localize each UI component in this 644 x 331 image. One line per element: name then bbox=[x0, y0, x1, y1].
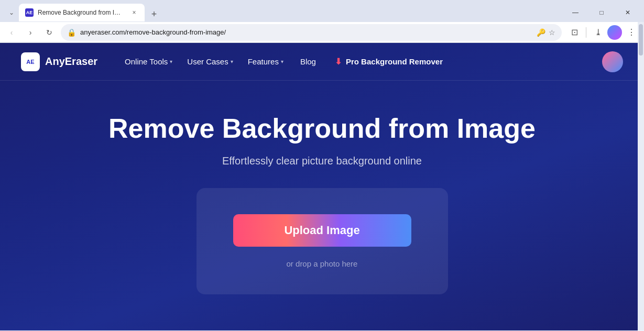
download-button[interactable]: ⤓ bbox=[590, 24, 606, 41]
hero-section: Remove Background from Image Effortlessl… bbox=[0, 81, 644, 315]
nav-online-tools[interactable]: Online Tools ▾ bbox=[118, 53, 179, 70]
password-icon[interactable]: 🔑 bbox=[537, 28, 545, 37]
site-nav: AE AnyEraser Online Tools ▾ User Cases ▾… bbox=[0, 43, 644, 81]
forward-button[interactable]: › bbox=[23, 25, 38, 40]
logo-icon: AE bbox=[21, 52, 40, 71]
nav-pro-btn[interactable]: ⬇ Pro Background Remover bbox=[326, 52, 451, 71]
tab-favicon: AE bbox=[25, 8, 34, 17]
tab-close-btn[interactable]: × bbox=[130, 8, 138, 17]
bookmark-icon[interactable]: ☆ bbox=[549, 28, 555, 37]
toolbar-divider bbox=[586, 27, 586, 38]
close-button[interactable]: ✕ bbox=[616, 4, 640, 21]
address-bar: ‹ › ↻ 🔒 anyeraser.com/remove-background-… bbox=[0, 22, 644, 43]
upload-area: Upload Image or drop a photo here bbox=[197, 188, 448, 294]
drop-text: or drop a photo here bbox=[287, 259, 358, 268]
url-bar[interactable]: 🔒 anyeraser.com/remove-background-from-i… bbox=[61, 24, 562, 41]
user-cases-chevron: ▾ bbox=[231, 59, 233, 64]
browser-chrome: ⌄ AE Remove Background from Ima… × + — □… bbox=[0, 0, 644, 43]
pro-icon: ⬇ bbox=[335, 57, 342, 67]
hero-subtitle: Effortlessly clear picture background on… bbox=[222, 155, 422, 167]
url-text: anyeraser.com/remove-background-from-ima… bbox=[80, 28, 532, 36]
window-controls: — □ ✕ bbox=[563, 4, 640, 21]
refresh-button[interactable]: ↻ bbox=[42, 25, 57, 40]
address-icon-group: 🔑 ☆ bbox=[537, 28, 555, 37]
tab-bar: AE Remove Background from Ima… × + bbox=[19, 4, 559, 21]
tab-dropdown-btn[interactable]: ⌄ bbox=[4, 5, 19, 20]
logo-area[interactable]: AE AnyEraser bbox=[21, 52, 97, 71]
online-tools-chevron: ▾ bbox=[170, 59, 172, 64]
scrollbar-thumb[interactable] bbox=[639, 24, 643, 56]
website-content: AE AnyEraser Online Tools ▾ User Cases ▾… bbox=[0, 43, 644, 330]
logo-text: AnyEraser bbox=[45, 56, 97, 68]
tab-bar-row: ⌄ AE Remove Background from Ima… × + — □… bbox=[0, 0, 644, 22]
browser-window: ⌄ AE Remove Background from Ima… × + — □… bbox=[0, 0, 644, 330]
user-avatar[interactable] bbox=[602, 51, 623, 72]
upload-image-button[interactable]: Upload Image bbox=[233, 214, 411, 247]
extensions-button[interactable]: ⊡ bbox=[566, 24, 583, 41]
toolbar-icons: ⊡ ⤓ ⋮ bbox=[566, 24, 640, 41]
nav-features[interactable]: Features ▾ bbox=[242, 53, 290, 70]
nav-links: Online Tools ▾ User Cases ▾ Features ▾ B… bbox=[118, 52, 594, 71]
features-chevron: ▾ bbox=[281, 59, 283, 64]
profile-button[interactable] bbox=[607, 25, 622, 40]
hero-title: Remove Background from Image bbox=[108, 112, 536, 145]
scrollbar[interactable] bbox=[638, 22, 644, 330]
lock-icon: 🔒 bbox=[67, 28, 76, 37]
maximize-button[interactable]: □ bbox=[590, 4, 614, 21]
nav-user-cases[interactable]: User Cases ▾ bbox=[181, 53, 239, 70]
back-button[interactable]: ‹ bbox=[4, 25, 19, 40]
new-tab-button[interactable]: + bbox=[147, 7, 161, 21]
active-tab[interactable]: AE Remove Background from Ima… × bbox=[19, 4, 145, 21]
tab-title: Remove Background from Ima… bbox=[38, 9, 126, 16]
minimize-button[interactable]: — bbox=[563, 4, 587, 21]
nav-blog[interactable]: Blog bbox=[292, 53, 324, 70]
